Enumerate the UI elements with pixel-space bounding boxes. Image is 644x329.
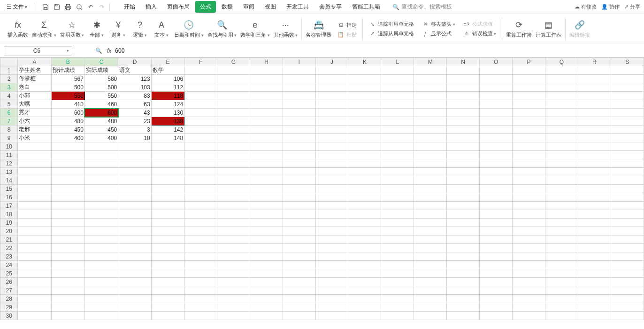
formula-input[interactable] <box>111 47 644 54</box>
cell-P25[interactable] <box>513 269 545 278</box>
cell-B12[interactable] <box>51 159 84 168</box>
cell-C28[interactable] <box>84 295 118 303</box>
cell-K7[interactable] <box>348 117 381 125</box>
cell-L10[interactable] <box>381 142 414 151</box>
cell-K10[interactable] <box>348 142 381 151</box>
cell-G2[interactable] <box>217 75 250 83</box>
cell-K11[interactable] <box>348 151 381 159</box>
cell-Q3[interactable] <box>545 83 578 92</box>
cell-K28[interactable] <box>348 295 381 303</box>
cell-L16[interactable] <box>381 193 414 202</box>
cell-E17[interactable] <box>151 202 184 210</box>
cell-F7[interactable] <box>184 117 217 125</box>
cell-E20[interactable] <box>151 227 184 235</box>
cell-F24[interactable] <box>184 261 217 269</box>
cell-R19[interactable] <box>578 219 611 227</box>
cell-I13[interactable] <box>283 168 315 176</box>
cell-A30[interactable] <box>18 312 51 320</box>
cell-J22[interactable] <box>315 244 348 252</box>
cell-H7[interactable] <box>250 117 283 125</box>
cell-L27[interactable] <box>381 286 414 295</box>
cell-C4[interactable]: 550 <box>84 92 118 100</box>
cell-D22[interactable] <box>118 244 151 252</box>
cell-R14[interactable] <box>578 176 611 185</box>
cell-S25[interactable] <box>611 269 644 278</box>
cell-N14[interactable] <box>447 176 480 185</box>
cell-Q8[interactable] <box>545 125 578 134</box>
save-icon[interactable] <box>42 3 49 11</box>
cell-H29[interactable] <box>250 303 283 312</box>
cell-B13[interactable] <box>51 168 84 176</box>
cell-J9[interactable] <box>315 134 348 142</box>
cell-L22[interactable] <box>381 244 414 252</box>
cell-M13[interactable] <box>414 168 447 176</box>
cell-O23[interactable] <box>480 252 513 261</box>
cell-G26[interactable] <box>217 278 250 286</box>
cell-D1[interactable]: 语文 <box>118 66 151 75</box>
cell-P26[interactable] <box>513 278 545 286</box>
cell-A25[interactable] <box>18 269 51 278</box>
col-header-N[interactable]: N <box>447 58 480 66</box>
cell-J2[interactable] <box>315 75 348 83</box>
cell-I24[interactable] <box>283 261 315 269</box>
cell-M15[interactable] <box>414 185 447 193</box>
cell-S8[interactable] <box>611 125 644 134</box>
cell-D4[interactable]: 83 <box>118 92 151 100</box>
col-header-D[interactable]: D <box>118 58 151 66</box>
cell-L25[interactable] <box>381 269 414 278</box>
cell-M26[interactable] <box>414 278 447 286</box>
row-header-26[interactable]: 26 <box>0 278 18 286</box>
common-fn-button[interactable]: ☆常用函数 <box>60 19 84 39</box>
cell-J23[interactable] <box>315 252 348 261</box>
cell-D30[interactable] <box>118 312 151 320</box>
cell-M4[interactable] <box>414 92 447 100</box>
cell-D14[interactable] <box>118 176 151 185</box>
math-fn-button[interactable]: e数学和三角 <box>240 19 270 39</box>
cell-R12[interactable] <box>578 159 611 168</box>
cell-M11[interactable] <box>414 151 447 159</box>
trace-dependents-button[interactable]: ↗追踪从属单元格 <box>367 30 416 38</box>
cell-J18[interactable] <box>315 210 348 219</box>
cell-P14[interactable] <box>513 176 545 185</box>
cell-O25[interactable] <box>480 269 513 278</box>
cell-B29[interactable] <box>51 303 84 312</box>
cell-N23[interactable] <box>447 252 480 261</box>
cell-I23[interactable] <box>283 252 315 261</box>
cell-H9[interactable] <box>250 134 283 142</box>
cell-B24[interactable] <box>51 261 84 269</box>
cell-K27[interactable] <box>348 286 381 295</box>
cell-K2[interactable] <box>348 75 381 83</box>
cell-F6[interactable] <box>184 109 217 117</box>
fx-icon[interactable]: fx <box>107 47 111 54</box>
cell-L20[interactable] <box>381 227 414 235</box>
cell-J4[interactable] <box>315 92 348 100</box>
cell-K23[interactable] <box>348 252 381 261</box>
cell-S20[interactable] <box>611 227 644 235</box>
cell-J17[interactable] <box>315 202 348 210</box>
cell-Q26[interactable] <box>545 278 578 286</box>
cell-Q21[interactable] <box>545 235 578 244</box>
cell-I1[interactable] <box>283 66 315 75</box>
other-fn-button[interactable]: ···其他函数 <box>274 19 298 39</box>
cell-Q11[interactable] <box>545 151 578 159</box>
cell-S22[interactable] <box>611 244 644 252</box>
define-name-button[interactable]: ⊞指定 <box>335 21 359 29</box>
cell-L2[interactable] <box>381 75 414 83</box>
cell-R24[interactable] <box>578 261 611 269</box>
cell-M9[interactable] <box>414 134 447 142</box>
cell-S18[interactable] <box>611 210 644 219</box>
cell-E8[interactable]: 142 <box>151 125 184 134</box>
cell-P10[interactable] <box>513 142 545 151</box>
cell-N8[interactable] <box>447 125 480 134</box>
cell-H5[interactable] <box>250 100 283 109</box>
cell-I10[interactable] <box>283 142 315 151</box>
cell-A18[interactable] <box>18 210 51 219</box>
tab-0[interactable]: 开始 <box>119 1 140 13</box>
col-header-M[interactable]: M <box>414 58 447 66</box>
cell-C11[interactable] <box>84 151 118 159</box>
cell-F3[interactable] <box>184 83 217 92</box>
cell-G3[interactable] <box>217 83 250 92</box>
tab-1[interactable]: 插入 <box>141 1 161 13</box>
cell-E13[interactable] <box>151 168 184 176</box>
cell-G18[interactable] <box>217 210 250 219</box>
